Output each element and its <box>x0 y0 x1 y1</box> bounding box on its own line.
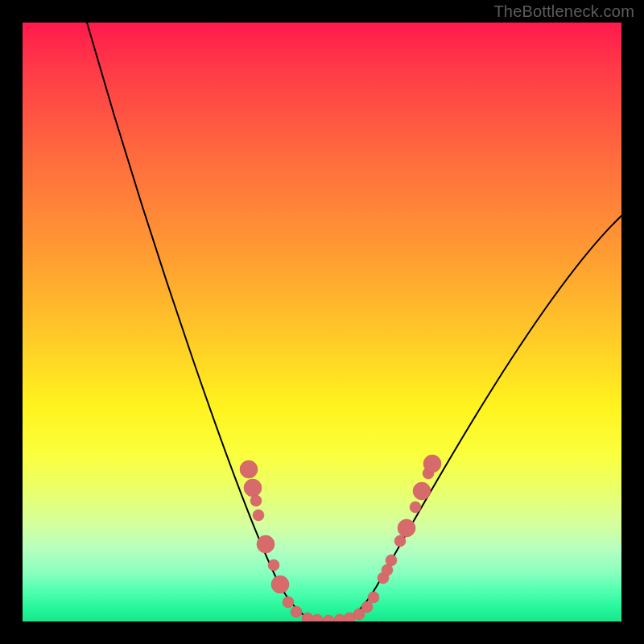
data-point <box>423 455 441 473</box>
data-point <box>268 559 279 571</box>
data-point <box>291 606 302 617</box>
data-point <box>323 615 334 621</box>
data-point <box>257 535 275 553</box>
data-point <box>271 576 289 593</box>
data-point <box>410 502 421 513</box>
plot-area <box>23 23 621 621</box>
data-point <box>283 597 294 608</box>
data-point <box>240 460 258 478</box>
data-point <box>394 535 406 547</box>
data-point <box>250 495 262 506</box>
data-point <box>386 555 397 566</box>
data-point <box>253 510 264 521</box>
data-point <box>413 482 431 500</box>
bottleneck-curve <box>87 23 621 621</box>
watermark-text: TheBottleneck.com <box>493 2 634 21</box>
data-point <box>244 479 262 497</box>
chart-frame: TheBottleneck.com <box>0 0 644 644</box>
data-point <box>368 592 379 603</box>
data-point <box>312 614 323 621</box>
datapoints-group <box>240 455 441 621</box>
chart-svg <box>23 23 621 621</box>
data-point <box>361 601 373 613</box>
data-point <box>398 519 415 537</box>
